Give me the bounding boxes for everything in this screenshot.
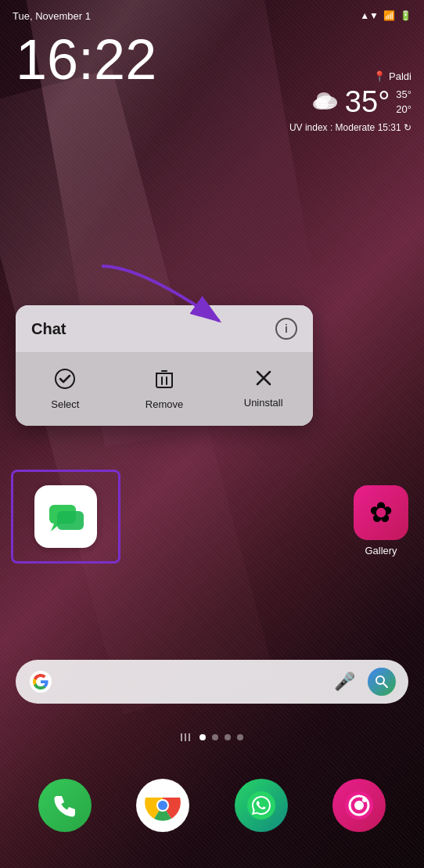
uninstall-label: Uninstall bbox=[244, 397, 283, 409]
status-icons: ▲▼ 📶 🔋 bbox=[360, 10, 411, 21]
gallery-icon: ✿ bbox=[354, 485, 408, 540]
status-date: Tue, November 1 bbox=[13, 10, 91, 22]
svg-point-24 bbox=[247, 791, 275, 819]
microphone-icon[interactable]: 🎤 bbox=[334, 672, 355, 692]
dock-whatsapp[interactable] bbox=[235, 779, 288, 832]
status-bar: Tue, November 1 ▲▼ 📶 🔋 bbox=[0, 0, 424, 31]
svg-point-2 bbox=[317, 92, 331, 103]
google-lens-icon[interactable] bbox=[368, 668, 396, 696]
dot-3[interactable] bbox=[225, 734, 231, 740]
svg-point-23 bbox=[158, 801, 167, 810]
dock-camera[interactable] bbox=[332, 779, 386, 832]
wifi-icon: 📶 bbox=[383, 10, 395, 21]
search-bar[interactable]: 🎤 bbox=[16, 660, 408, 704]
uninstall-action[interactable]: Uninstall bbox=[214, 362, 313, 416]
battery-icon: 🔋 bbox=[400, 10, 411, 21]
remove-action[interactable]: Remove bbox=[115, 362, 214, 416]
page-dots bbox=[0, 733, 424, 741]
weather-widget: 📍 Paldi 35° 35° 20° UV index : Moderate … bbox=[289, 70, 411, 133]
dock-chrome[interactable] bbox=[136, 779, 189, 832]
weather-cloud-icon bbox=[311, 88, 339, 116]
info-button[interactable]: i bbox=[275, 318, 297, 340]
phone-icon bbox=[38, 779, 92, 832]
svg-line-19 bbox=[383, 683, 387, 687]
context-menu: Chat i Select bbox=[16, 305, 313, 426]
camera-icon bbox=[332, 779, 386, 832]
chat-app-highlighted[interactable] bbox=[11, 470, 120, 564]
dock-phone[interactable] bbox=[38, 779, 92, 832]
google-logo bbox=[28, 669, 53, 694]
weather-main: 35° 35° 20° bbox=[289, 85, 411, 119]
weather-temp: 35° bbox=[345, 85, 390, 119]
uninstall-icon bbox=[254, 369, 273, 392]
svg-rect-16 bbox=[57, 511, 84, 530]
weather-temp-range: 35° 20° bbox=[396, 88, 411, 116]
context-menu-actions: Select Remove Uni bbox=[16, 353, 313, 426]
svg-point-27 bbox=[354, 801, 364, 810]
gallery-label: Gallery bbox=[365, 545, 397, 556]
dot-4[interactable] bbox=[237, 734, 243, 740]
location-pin-icon: 📍 bbox=[373, 70, 386, 82]
remove-icon bbox=[155, 369, 174, 394]
select-icon bbox=[55, 369, 75, 394]
gallery-app[interactable]: ✿ Gallery bbox=[354, 485, 408, 556]
select-action[interactable]: Select bbox=[16, 362, 115, 416]
select-label: Select bbox=[51, 398, 79, 410]
whatsapp-icon bbox=[235, 779, 288, 832]
remove-label: Remove bbox=[146, 398, 183, 410]
svg-point-28 bbox=[362, 798, 367, 802]
context-menu-title: Chat bbox=[31, 320, 66, 338]
clock: 16:22 bbox=[16, 31, 156, 88]
pages-indicator bbox=[181, 733, 190, 741]
weather-location: 📍 Paldi bbox=[289, 70, 411, 82]
context-menu-header: Chat i bbox=[16, 305, 313, 353]
dot-1[interactable] bbox=[199, 734, 206, 740]
svg-point-6 bbox=[56, 369, 74, 388]
weather-uv: UV index : Moderate 15:31 ↻ bbox=[289, 122, 411, 133]
signal-icon: ▲▼ bbox=[360, 10, 379, 21]
time-display: 16:22 bbox=[16, 31, 156, 88]
dock bbox=[0, 758, 424, 868]
chat-app-icon bbox=[34, 485, 97, 548]
chrome-icon bbox=[136, 779, 189, 832]
dot-2[interactable] bbox=[212, 734, 218, 740]
svg-rect-7 bbox=[156, 373, 172, 387]
